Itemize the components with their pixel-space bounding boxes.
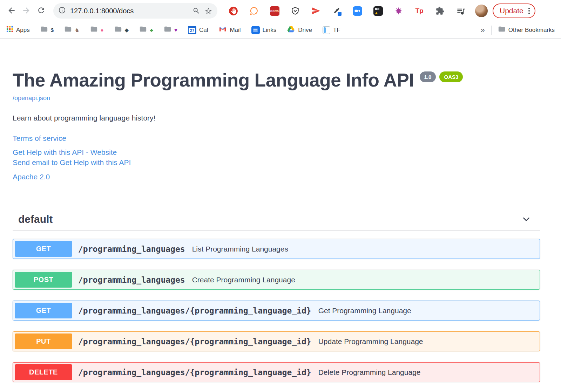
media-queue-icon[interactable] bbox=[455, 6, 466, 16]
extensions-row: CORS Tp bbox=[228, 6, 466, 16]
api-info-header: The Amazing Programming Language Info AP… bbox=[13, 70, 540, 90]
update-pill[interactable]: Update bbox=[493, 4, 535, 18]
bookmark-mail[interactable]: Mail bbox=[218, 25, 241, 35]
endpoint-path: /programming_languages/{programming_lang… bbox=[78, 368, 311, 377]
contact-block: Get Help with this API - Website Send em… bbox=[13, 147, 540, 168]
oas3-badge: OAS3 bbox=[439, 71, 463, 82]
calendar-day: 27 bbox=[189, 28, 195, 34]
endpoint-list: GET /programming_languages List Programm… bbox=[13, 239, 540, 382]
gmail-icon bbox=[218, 25, 227, 35]
bookmark-apps[interactable]: Apps bbox=[6, 26, 30, 34]
reload-button[interactable] bbox=[34, 4, 48, 18]
dark-app-icon[interactable] bbox=[373, 6, 383, 16]
video-camera-icon[interactable] bbox=[352, 6, 363, 16]
http-method-badge: GET bbox=[15, 303, 72, 318]
tp-icon[interactable]: Tp bbox=[414, 6, 425, 16]
horse-emoji: ♞ bbox=[75, 27, 79, 33]
zoom-app-tile bbox=[353, 6, 362, 16]
bookmark-folder-item[interactable]: ◆ bbox=[114, 25, 129, 35]
terms-of-service-link[interactable]: Terms of service bbox=[13, 134, 66, 143]
folder-icon bbox=[498, 25, 506, 35]
apps-grid-icon bbox=[6, 26, 13, 34]
site-info-icon[interactable] bbox=[58, 6, 66, 15]
shield-icon[interactable] bbox=[290, 6, 300, 16]
back-button[interactable] bbox=[4, 4, 19, 18]
folder-icon bbox=[90, 25, 98, 35]
endpoint-row[interactable]: POST /programming_languages Create Progr… bbox=[13, 270, 540, 290]
endpoint-summary: Create Programming Language bbox=[192, 276, 295, 284]
endpoint-summary: List Programming Languages bbox=[192, 245, 288, 253]
address-bar[interactable]: 127.0.0.1:8000/docs bbox=[53, 3, 217, 19]
bookmarks-bar: Apps $ ♞ ● ◆ ♣ ♥ 27 Cal Mail Links bbox=[0, 22, 561, 39]
bookmark-links[interactable]: Links bbox=[251, 26, 277, 34]
flower-icon[interactable] bbox=[393, 6, 404, 16]
page-title: The Amazing Programming Language Info AP… bbox=[13, 70, 414, 90]
endpoint-path: /programming_languages bbox=[78, 245, 185, 254]
links-icon bbox=[251, 26, 260, 34]
url-text[interactable]: 127.0.0.1:8000/docs bbox=[70, 7, 188, 15]
endpoint-path: /programming_languages bbox=[78, 275, 185, 284]
zoom-indicator-icon[interactable] bbox=[192, 7, 200, 15]
menu-kebab-icon[interactable] bbox=[528, 8, 530, 14]
endpoint-row[interactable]: DELETE /programming_languages/{programmi… bbox=[13, 362, 540, 382]
bookmark-tf[interactable]: TF bbox=[323, 26, 340, 34]
bookmark-label: Drive bbox=[298, 27, 312, 34]
folder-icon bbox=[139, 25, 147, 35]
endpoint-summary: Update Programming Language bbox=[318, 337, 423, 346]
folder-icon bbox=[40, 25, 48, 35]
tag-section-default[interactable]: default bbox=[13, 210, 540, 231]
bookmark-folder-item[interactable]: ● bbox=[90, 25, 104, 35]
brain-emoji: ● bbox=[101, 27, 104, 33]
endpoint-summary: Delete Programming Language bbox=[318, 368, 421, 377]
profile-avatar[interactable] bbox=[475, 5, 488, 17]
color-picker-icon[interactable] bbox=[331, 6, 342, 16]
adblock-hand-icon[interactable] bbox=[228, 6, 238, 16]
license-link[interactable]: Apache 2.0 bbox=[13, 173, 50, 181]
bookmark-label: Links bbox=[263, 27, 277, 34]
extensions-puzzle-icon[interactable] bbox=[435, 6, 445, 16]
collapse-chevron-down-icon[interactable] bbox=[521, 214, 532, 225]
send-arrow-icon[interactable] bbox=[311, 6, 321, 16]
terms-block: Terms of service bbox=[13, 134, 540, 143]
forward-button[interactable] bbox=[19, 4, 34, 18]
other-bookmarks[interactable]: Other Bookmarks bbox=[498, 25, 555, 35]
chat-bubble-icon[interactable] bbox=[249, 6, 259, 16]
endpoint-summary: Get Programming Language bbox=[318, 307, 411, 315]
picker-color-swatch bbox=[338, 12, 342, 16]
http-method-badge: DELETE bbox=[15, 364, 72, 380]
calendar-icon: 27 bbox=[188, 26, 196, 34]
back-arrow-icon bbox=[7, 6, 16, 16]
dollar-emoji: $ bbox=[51, 27, 54, 33]
http-method-badge: PUT bbox=[15, 333, 72, 349]
endpoint-row[interactable]: GET /programming_languages/{programming_… bbox=[13, 301, 540, 321]
bookmark-star-icon[interactable] bbox=[204, 7, 212, 15]
purple-heart-emoji: ♥ bbox=[174, 27, 177, 33]
bookmark-label: Mail bbox=[230, 27, 241, 34]
cors-label: CORS bbox=[270, 6, 279, 16]
cors-icon[interactable]: CORS bbox=[269, 6, 280, 16]
endpoint-row[interactable]: PUT /programming_languages/{programming_… bbox=[13, 331, 540, 351]
contact-email-link[interactable]: Send email to Get Help with this API bbox=[13, 158, 131, 168]
http-method-badge: GET bbox=[15, 241, 72, 257]
contact-website-link[interactable]: Get Help with this API - Website bbox=[13, 147, 117, 158]
bookmarks-overflow-chevron[interactable]: » bbox=[480, 26, 485, 35]
bookmark-drive[interactable]: Drive bbox=[287, 25, 312, 35]
update-label: Update bbox=[500, 7, 523, 15]
bookmark-folder-item[interactable]: ♥ bbox=[164, 25, 177, 35]
bookmark-calendar[interactable]: 27 Cal bbox=[188, 26, 208, 34]
bookmark-folder-item[interactable]: $ bbox=[40, 25, 54, 35]
title-badges: 1.0 OAS3 bbox=[420, 71, 463, 82]
endpoint-path: /programming_languages/{programming_lang… bbox=[78, 306, 311, 315]
bookmark-label: Other Bookmarks bbox=[508, 27, 555, 34]
api-description: Learn about programming language history… bbox=[13, 114, 540, 122]
openapi-json-link[interactable]: /openapi.json bbox=[13, 95, 50, 102]
bookmarks-right-group: » Other Bookmarks bbox=[480, 25, 555, 35]
bookmark-folder-item[interactable]: ♣ bbox=[139, 25, 153, 35]
folder-icon bbox=[64, 25, 72, 35]
endpoint-row[interactable]: GET /programming_languages List Programm… bbox=[13, 239, 540, 259]
bookmark-label: Cal bbox=[199, 27, 208, 34]
bookmark-folder-item[interactable]: ♞ bbox=[64, 25, 79, 35]
swagger-page: The Amazing Programming Language Info AP… bbox=[0, 39, 561, 382]
drive-icon bbox=[287, 25, 295, 35]
reload-icon bbox=[37, 6, 46, 16]
